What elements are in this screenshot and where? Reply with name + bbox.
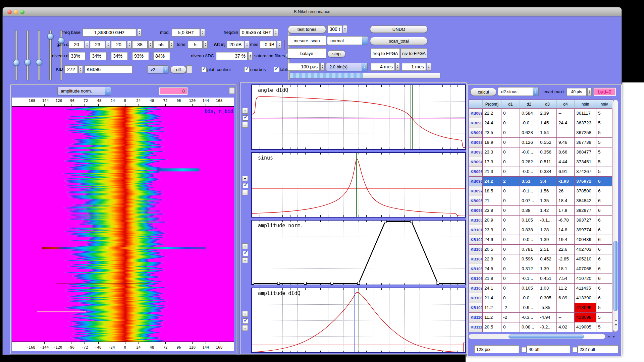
row-label-KB109[interactable]: KB109 [469,303,483,313]
mesure-scan-button[interactable]: mesure_scan [287,36,326,46]
row-label-KB100[interactable]: KB100 [469,216,483,225]
row-label-KB111[interactable]: KB111 [469,322,483,332]
plot-zoom-in-button-2[interactable]: + [242,176,248,181]
checkbox-plot_couleur[interactable] [201,67,207,72]
gain-dac-field-4[interactable]: 38 [132,41,148,49]
calcul-button[interactable]: calcul [470,88,496,96]
freq-base-stepper[interactable] [137,28,142,37]
mes1-stepper[interactable] [427,63,431,71]
gain-dac-field-3[interactable]: 20 [111,41,126,49]
ecart-maxi-stepper[interactable] [587,88,592,96]
plot-zoom-out-button-3[interactable]: - [242,257,248,263]
plot-visible-checkbox-2[interactable] [243,183,248,188]
plot-zoom-out-button-2[interactable]: - [242,190,248,195]
row-label-KB107[interactable]: KB107 [469,284,483,293]
table-row-KB092[interactable]: KB09219.900.1260.5529.463677395 [469,138,613,147]
table-row-KB111[interactable]: KB11120.500.08...-0.2...4.024190055 [469,322,613,332]
row-label-KB098[interactable]: KB098 [469,196,483,206]
test-tones-button[interactable]: test tones [288,25,326,33]
mod-stepper[interactable] [201,28,205,37]
plot-zoom-in-button-3[interactable]: + [242,243,248,249]
gain-dac-field-5[interactable]: 55 [153,41,169,49]
table-row-KB090[interactable]: KB09024.40-0.0...1.4524.43637235 [469,118,613,128]
balaye-button[interactable]: balaye [287,48,326,58]
ecart-maxi-field[interactable]: 40 pts [567,88,587,96]
table-row-KB105[interactable]: KB10524.500.3121.3918.14070686 [469,264,613,274]
plot-zoom-in-button-1[interactable]: + [242,108,248,114]
null-checkbox[interactable] [572,347,578,352]
niveau-adc-stepper[interactable] [248,52,253,60]
row-label-KB092[interactable]: KB092 [469,138,483,147]
table-row-KB100[interactable]: KB10020.900.105-0.1...-6.783937276 [469,216,613,225]
table-row-KB109[interactable]: KB10911.2-2-0.9...-5.85--4180995 [469,303,613,313]
plot-zoom-in-button-4[interactable]: + [242,311,248,317]
att-inj-field[interactable]: 20 dB [227,41,244,49]
row-label-KB093[interactable]: KB093 [469,147,483,157]
row-label-KB091[interactable]: KB091 [469,128,483,138]
table-row-KB093[interactable]: KB09323.30-0.0...0.3568.663684775 [469,147,613,157]
table-row-KB099[interactable]: KB09923.800.381.4217.93929776 [469,206,613,216]
mes4-field[interactable]: 4 mes [371,63,395,71]
pas-field[interactable]: 100 pas [287,63,320,71]
mes-stepper[interactable] [277,41,281,49]
kid-table[interactable]: P(dbm)d1d2d3d4nbinnnivKB08922.200.5842.3… [469,100,613,332]
table-row-KB106[interactable]: KB10621.80-0.1...0.4517.544107206 [469,274,613,284]
gain-dac-field-2[interactable]: 23 [90,41,105,49]
kid-name-field[interactable]: KB096 [85,65,132,73]
table-row-KB095[interactable]: KB09521.30-0.0...0.3346.913742675 [469,167,613,177]
table-row-KB089[interactable]: KB08922.200.5842.39--3611175 [469,109,613,118]
freq-bin-field[interactable]: 0,953674 kHz [239,28,273,37]
row-label-KB106[interactable]: KB106 [469,274,483,284]
tone-field[interactable]: 5 [188,41,203,49]
stop-button[interactable]: stop [327,50,345,57]
null-field[interactable]: 232 null [578,345,619,353]
dac-slider-knob-1[interactable] [13,60,19,66]
row-label-KB108[interactable]: KB108 [469,293,483,303]
pix-field[interactable]: 128 pix [474,345,519,353]
vertical-scroll-thumb[interactable] [613,241,618,311]
table-horizontal-scrollbar[interactable] [469,334,605,339]
horizontal-scroll-thumb[interactable] [508,335,584,339]
row-label-KB097[interactable]: KB097 [469,186,483,196]
table-row-KB104[interactable]: KB10422.800.5960.452-2.854052106 [469,254,613,264]
row-label-KB104[interactable]: KB104 [469,254,483,264]
checkbox-courbes[interactable] [244,67,250,72]
tones-count-field[interactable]: 300 t [327,25,342,33]
pas-stepper[interactable] [320,63,325,71]
gain-dac-field-1[interactable]: 20 [69,41,84,49]
scan-total-button[interactable]: scan_total [370,37,428,45]
scan-mode-dropdown[interactable]: normal [327,36,368,45]
mod-field[interactable]: 5,0 kHz [172,28,200,37]
row-label-KB089[interactable]: KB089 [469,109,483,118]
scroll-left-icon[interactable]: ◄ [607,335,610,338]
row-label-KB090[interactable]: KB090 [469,118,483,128]
plot-zoom-out-button-1[interactable]: - [242,122,248,128]
table-row-KB091[interactable]: KB09123.500.6281.54--3672585 [469,128,613,138]
niveau-adc-field[interactable]: 37 % [216,52,248,60]
row-label-KB102[interactable]: KB102 [469,235,483,245]
table-row-KB107[interactable]: KB10724.100.1051.0311.24114356 [469,284,613,293]
row-label-KB110[interactable]: KB110 [469,313,483,322]
freq-bin-stepper[interactable] [274,28,278,37]
row-label-KB095[interactable]: KB095 [469,167,483,177]
heatmap-mode-dropdown[interactable]: amplitude norm. [57,87,111,95]
row-label-KB101[interactable]: KB101 [469,225,483,235]
plot-visible-checkbox-3[interactable] [243,251,248,256]
fit-mode-dropdown[interactable]: d2.sinus [498,87,539,96]
kid-number-stepper[interactable] [78,65,83,73]
table-row-KB110[interactable]: KB11011.2-2-0.3...-4.94--4180985 [469,313,613,322]
gain-dac-stepper-2[interactable] [106,41,110,49]
plot-visible-checkbox-1[interactable] [243,115,248,121]
bin-dropdown[interactable]: 2.0 bin(s) [326,63,368,71]
gain-dac-stepper-1[interactable] [85,41,89,49]
freq-to-fpga-button[interactable]: freq to FPGA [371,48,400,58]
freq-base-field[interactable]: 1,363000 GHz [83,28,136,37]
header-small-box[interactable] [229,87,235,94]
row-label-KB099[interactable]: KB099 [469,206,483,216]
table-row-KB098[interactable]: KB0982100.07...1.3518.43848426 [469,196,613,206]
checkbox-tableau[interactable] [274,67,279,72]
off-checkbox[interactable] [521,347,527,352]
gain-dac-stepper-4[interactable] [148,41,153,49]
off-button[interactable]: off [170,66,186,73]
tones-count-stepper[interactable] [343,25,347,33]
